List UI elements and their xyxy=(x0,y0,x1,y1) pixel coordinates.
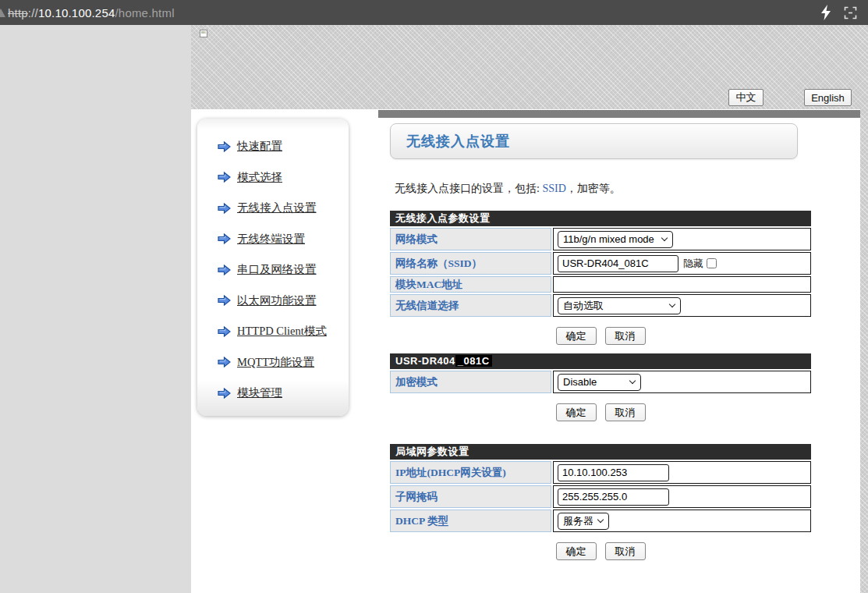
sidebar-menu-card: 快速配置模式选择无线接入点设置无线终端设置串口及网络设置以太网功能设置HTTPD… xyxy=(197,119,349,416)
url-separator: :// xyxy=(28,6,38,20)
main-column: 无线接入点设置 无线接入点接口的设置，包括: SSID，加密等。 无线接入点参数… xyxy=(390,123,811,569)
field-value-ip-address xyxy=(553,461,811,484)
page-icon-cut xyxy=(0,9,5,17)
blue-arrow-icon xyxy=(218,265,231,275)
sidebar-item-label[interactable]: 串口及网络设置 xyxy=(237,262,317,277)
lightning-icon[interactable] xyxy=(820,5,831,20)
table-row-ip-address: IP地址(DHCP网关设置) xyxy=(390,461,811,484)
table-row-dhcp-type: DHCP 类型服务器 xyxy=(390,510,811,532)
table-row-module-mac: 模块MAC地址 xyxy=(390,276,811,293)
sidebar-item-label[interactable]: 无线接入点设置 xyxy=(237,201,317,215)
ok-button[interactable]: 确定 xyxy=(556,327,597,345)
url-path: /home.html xyxy=(115,6,174,20)
button-row-lan-params: 确定取消 xyxy=(390,542,811,560)
chinese-language-button[interactable]: 中文 xyxy=(728,89,763,106)
subnet-mask-input[interactable] xyxy=(558,488,669,506)
sidebar-item-label[interactable]: MQTT功能设置 xyxy=(237,355,314,370)
table-row-network-mode: 网络模式11b/g/n mixed mode xyxy=(390,228,811,250)
sidebar-item-8[interactable]: MQTT功能设置 xyxy=(218,347,349,378)
field-label-encryption-mode: 加密模式 xyxy=(390,371,551,393)
header-text: USR-DR404 xyxy=(395,355,455,367)
field-label-ssid: 网络名称（SSID） xyxy=(390,252,551,275)
network-mode-select[interactable]: 11b/g/n mixed mode xyxy=(558,231,673,248)
select-wrap: 自动选取 xyxy=(558,297,681,314)
field-value-subnet-mask xyxy=(553,485,811,508)
field-value-dhcp-type: 服务器 xyxy=(553,510,811,532)
select-wrap: 11b/g/n mixed mode xyxy=(558,231,673,248)
sidebar-item-3[interactable]: 无线接入点设置 xyxy=(218,193,349,224)
description-prefix: 无线接入点接口的设置，包括: xyxy=(395,183,542,194)
field-value-network-mode: 11b/g/n mixed mode xyxy=(553,228,811,250)
wireless-channel-select[interactable]: 自动选取 xyxy=(558,297,681,314)
ip-address-input[interactable] xyxy=(558,464,669,481)
sidebar-item-label[interactable]: 以太网功能设置 xyxy=(237,293,317,308)
blue-arrow-icon xyxy=(218,233,231,244)
table-row-ssid: 网络名称（SSID）隐藏 xyxy=(390,252,811,275)
blue-arrow-icon xyxy=(218,203,231,214)
sidebar-item-7[interactable]: HTTPD Client模式 xyxy=(218,316,349,347)
select-wrap: Disable xyxy=(558,374,641,391)
table-row-wireless-channel: 无线信道选择自动选取 xyxy=(390,294,811,317)
blue-arrow-icon xyxy=(218,172,231,183)
address-bar[interactable]: http://10.10.100.254/home.html xyxy=(8,6,175,20)
browser-top-bar: http://10.10.100.254/home.html xyxy=(0,0,868,25)
sidebar-item-9[interactable]: 模块管理 xyxy=(218,378,349,409)
page-description: 无线接入点接口的设置，包括: SSID，加密等。 xyxy=(395,182,811,196)
sidebar-item-label[interactable]: 模式选择 xyxy=(237,170,282,185)
cancel-button[interactable]: 取消 xyxy=(605,403,646,421)
section-ssid-security: USR-DR404_081C加密模式Disable确定取消 xyxy=(390,353,811,421)
ssid-suffix-label: 隐藏 xyxy=(683,257,703,271)
description-suffix: ，加密等。 xyxy=(566,183,621,194)
ssid-hidden-checkbox[interactable] xyxy=(707,258,717,268)
select-wrap: 服务器 xyxy=(558,513,609,530)
header-text: 局域网参数设置 xyxy=(395,446,469,457)
cancel-button[interactable]: 取消 xyxy=(605,327,646,345)
sidebar-item-2[interactable]: 模式选择 xyxy=(218,162,349,194)
page-title: 无线接入点设置 xyxy=(406,132,510,151)
field-label-ip-address: IP地址(DHCP网关设置) xyxy=(390,461,551,484)
ssid-input[interactable] xyxy=(558,255,678,272)
section-header-lan-params: 局域网参数设置 xyxy=(390,444,811,460)
field-value-module-mac xyxy=(553,276,811,293)
blue-arrow-icon xyxy=(218,357,231,368)
blue-arrow-icon xyxy=(218,295,231,306)
header-highlight: _081C xyxy=(455,355,492,367)
fullscreen-icon[interactable] xyxy=(844,6,857,20)
table-row-subnet-mask: 子网掩码 xyxy=(390,485,811,508)
sidebar-item-1[interactable]: 快速配置 xyxy=(218,131,349,162)
sidebar-item-4[interactable]: 无线终端设置 xyxy=(218,224,349,255)
button-row-wlan-ap-params: 确定取消 xyxy=(390,327,811,345)
sidebar-item-label[interactable]: 模块管理 xyxy=(237,385,282,400)
field-value-ssid: 隐藏 xyxy=(553,252,811,275)
ok-button[interactable]: 确定 xyxy=(556,542,597,560)
field-label-network-mode: 网络模式 xyxy=(390,228,551,250)
section-header-wlan-ap-params: 无线接入点参数设置 xyxy=(390,211,811,226)
header-divider-bar xyxy=(378,110,860,118)
field-label-dhcp-type: DHCP 类型 xyxy=(390,510,551,532)
field-value-wireless-channel: 自动选取 xyxy=(553,294,811,317)
sidebar-item-6[interactable]: 以太网功能设置 xyxy=(218,286,349,317)
field-label-wireless-channel: 无线信道选择 xyxy=(390,294,551,317)
section-lan-params: 局域网参数设置IP地址(DHCP网关设置)子网掩码DHCP 类型服务器确定取消 xyxy=(390,444,811,560)
field-label-module-mac: 模块MAC地址 xyxy=(390,276,551,293)
url-scheme: http xyxy=(8,6,28,20)
sidebar-item-label[interactable]: 快速配置 xyxy=(237,139,282,154)
field-value-encryption-mode: Disable xyxy=(553,371,811,393)
sidebar-item-label[interactable]: HTTPD Client模式 xyxy=(237,324,327,339)
page-title-box: 无线接入点设置 xyxy=(390,123,798,159)
cancel-button[interactable]: 取消 xyxy=(605,542,646,560)
sidebar-item-label[interactable]: 无线终端设置 xyxy=(237,232,305,247)
blue-arrow-icon xyxy=(218,141,231,152)
ok-button[interactable]: 确定 xyxy=(556,403,597,421)
encryption-mode-select[interactable]: Disable xyxy=(558,374,641,391)
sidebar-menu: 快速配置模式选择无线接入点设置无线终端设置串口及网络设置以太网功能设置HTTPD… xyxy=(197,119,349,409)
dhcp-type-select[interactable]: 服务器 xyxy=(558,513,609,530)
section-wlan-ap-params: 无线接入点参数设置网络模式11b/g/n mixed mode网络名称（SSID… xyxy=(390,211,811,345)
blue-arrow-icon xyxy=(218,388,231,399)
blue-arrow-icon xyxy=(218,326,231,337)
english-language-button[interactable]: English xyxy=(804,89,852,106)
broken-image-icon xyxy=(200,30,207,37)
sidebar-item-5[interactable]: 串口及网络设置 xyxy=(218,254,349,286)
description-highlight: SSID xyxy=(542,183,565,194)
field-label-subnet-mask: 子网掩码 xyxy=(390,485,551,508)
